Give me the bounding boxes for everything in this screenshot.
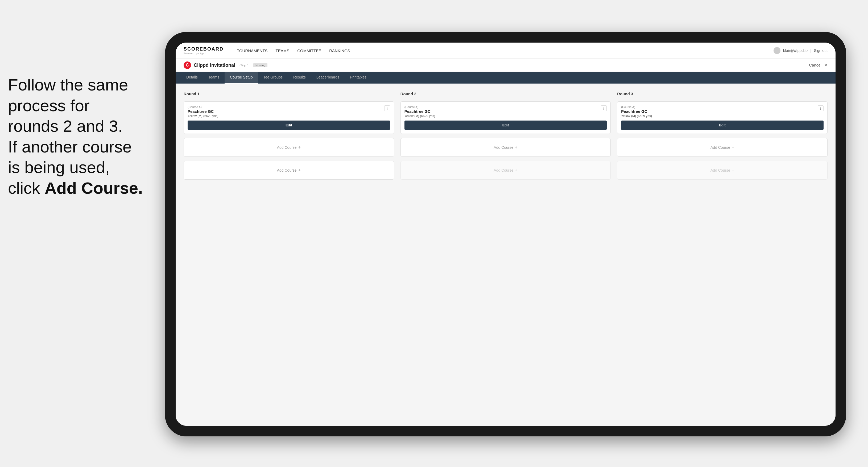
- cancel-button[interactable]: Cancel ✕: [809, 63, 828, 68]
- user-email: blair@clippd.io: [783, 49, 808, 53]
- nav-links: TOURNAMENTS TEAMS COMMITTEE RANKINGS: [237, 48, 763, 54]
- logo-sub: Powered by clippd: [184, 52, 223, 55]
- nav-committee[interactable]: COMMITTEE: [297, 48, 321, 54]
- tab-tee-groups[interactable]: Tee Groups: [258, 72, 288, 84]
- round-2-add-course-1-plus: +: [515, 145, 517, 150]
- round-3-title: Round 3: [617, 92, 828, 96]
- tab-teams[interactable]: Teams: [203, 72, 225, 84]
- round-3-course-label: (Course A): [621, 105, 652, 108]
- round-2-column: Round 2 (Course A) Peachtree GC Yellow (…: [400, 92, 611, 180]
- nav-teams[interactable]: TEAMS: [276, 48, 289, 54]
- instruction-line5: is being used,: [8, 158, 110, 177]
- round-1-card-options-icon[interactable]: ⋮: [384, 105, 390, 111]
- round-1-add-course-1[interactable]: Add Course +: [184, 138, 394, 157]
- round-1-column: Round 1 (Course A) Peachtree GC Yellow (…: [184, 92, 394, 180]
- round-1-add-course-2[interactable]: Add Course +: [184, 161, 394, 180]
- logo-scoreboard: SCOREBOARD: [184, 46, 223, 52]
- round-3-card-options-icon[interactable]: ⋮: [818, 105, 824, 111]
- instruction-line1: Follow the same: [8, 75, 128, 94]
- tab-bar: Details Teams Course Setup Tee Groups Re…: [176, 72, 836, 84]
- round-2-edit-button[interactable]: Edit: [404, 121, 607, 130]
- round-2-course-card-1: (Course A) Peachtree GC Yellow (M) (6629…: [400, 101, 611, 134]
- round-3-course-details: Yellow (M) (6629 yds): [621, 114, 652, 118]
- sign-out-link[interactable]: Sign out: [814, 49, 828, 53]
- clippd-logo: C: [184, 61, 191, 69]
- round-1-course-label: (Course A): [188, 105, 218, 108]
- instruction-line4: If another course: [8, 137, 132, 156]
- round-2-add-course-2-label: Add Course: [494, 168, 513, 173]
- round-3-add-course-2-plus: +: [732, 168, 734, 173]
- tab-leaderboards[interactable]: Leaderboards: [311, 72, 345, 84]
- round-1-add-course-2-label: Add Course: [277, 168, 297, 173]
- round-1-edit-button[interactable]: Edit: [188, 121, 390, 130]
- tab-results[interactable]: Results: [288, 72, 311, 84]
- round-2-add-course-2[interactable]: Add Course +: [400, 161, 611, 180]
- tab-course-setup[interactable]: Course Setup: [225, 72, 258, 84]
- instruction-line2: process for: [8, 96, 90, 115]
- instruction-line6: click: [8, 179, 45, 197]
- user-avatar: [774, 47, 780, 54]
- round-1-add-course-1-plus: +: [298, 145, 301, 150]
- hosting-badge: Hosting: [253, 63, 268, 67]
- round-2-course-details: Yellow (M) (6629 yds): [404, 114, 435, 118]
- instruction-bold: Add Course.: [45, 179, 143, 197]
- tournament-name: Clippd Invitational: [194, 63, 235, 68]
- round-1-add-course-2-plus: +: [298, 168, 301, 173]
- tablet-screen: SCOREBOARD Powered by clippd TOURNAMENTS…: [176, 42, 836, 426]
- round-2-course-label: (Course A): [404, 105, 435, 108]
- round-3-add-course-1-plus: +: [732, 145, 734, 150]
- round-1-add-course-1-label: Add Course: [277, 145, 297, 150]
- logo-area: SCOREBOARD Powered by clippd: [184, 46, 223, 55]
- round-1-course-card-1: (Course A) Peachtree GC Yellow (M) (6629…: [184, 101, 394, 134]
- round-3-edit-button[interactable]: Edit: [621, 121, 824, 130]
- instruction-line3: rounds 2 and 3.: [8, 117, 123, 135]
- round-2-add-course-1-label: Add Course: [494, 145, 513, 150]
- nav-tournaments[interactable]: TOURNAMENTS: [237, 48, 268, 54]
- round-3-add-course-2-label: Add Course: [710, 168, 730, 173]
- round-1-course-name: Peachtree GC: [188, 109, 218, 114]
- round-2-title: Round 2: [400, 92, 611, 96]
- tournament-qualifier: (Men): [240, 63, 249, 67]
- round-3-course-card-1: (Course A) Peachtree GC Yellow (M) (6629…: [617, 101, 828, 134]
- rounds-grid: Round 1 (Course A) Peachtree GC Yellow (…: [184, 92, 828, 180]
- top-navbar: SCOREBOARD Powered by clippd TOURNAMENTS…: [176, 42, 836, 59]
- round-1-course-details: Yellow (M) (6629 yds): [188, 114, 218, 118]
- round-2-add-course-1[interactable]: Add Course +: [400, 138, 611, 157]
- round-3-course-name: Peachtree GC: [621, 109, 652, 114]
- tablet-device: SCOREBOARD Powered by clippd TOURNAMENTS…: [165, 32, 846, 436]
- main-content: Round 1 (Course A) Peachtree GC Yellow (…: [176, 84, 836, 426]
- sub-header: C Clippd Invitational (Men) Hosting Canc…: [176, 59, 836, 72]
- round-2-course-name: Peachtree GC: [404, 109, 435, 114]
- round-3-add-course-1-label: Add Course: [710, 145, 730, 150]
- round-1-title: Round 1: [184, 92, 394, 96]
- nav-rankings[interactable]: RANKINGS: [329, 48, 350, 54]
- round-3-column: Round 3 (Course A) Peachtree GC Yellow (…: [617, 92, 828, 180]
- round-3-add-course-2[interactable]: Add Course +: [617, 161, 828, 180]
- round-2-add-course-2-plus: +: [515, 168, 517, 173]
- round-3-add-course-1[interactable]: Add Course +: [617, 138, 828, 157]
- sub-header-left: C Clippd Invitational (Men) Hosting: [184, 61, 268, 69]
- nav-right: blair@clippd.io | Sign out: [774, 47, 828, 54]
- tab-printables[interactable]: Printables: [345, 72, 372, 84]
- round-2-card-options-icon[interactable]: ⋮: [601, 105, 607, 111]
- instruction-panel: Follow the same process for rounds 2 and…: [0, 74, 154, 198]
- tab-details[interactable]: Details: [181, 72, 203, 84]
